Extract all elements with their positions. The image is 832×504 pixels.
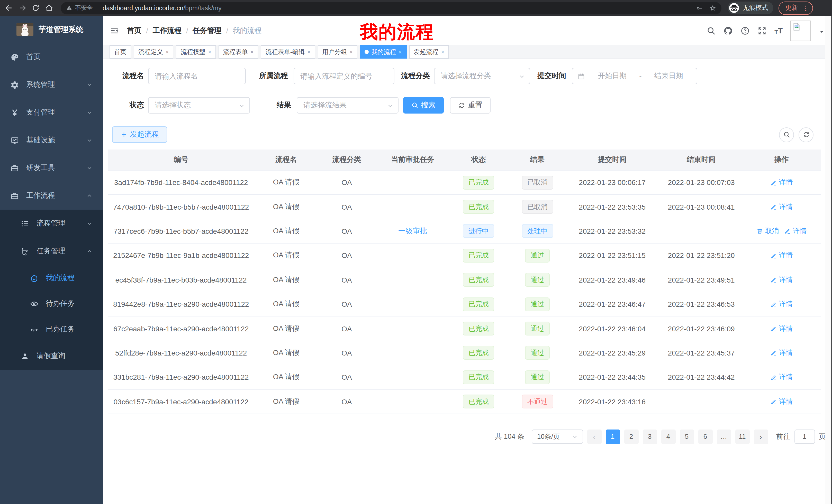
sidebar-item-task-management[interactable]: 任务管理	[0, 237, 103, 265]
close-icon[interactable]: ×	[307, 49, 311, 55]
result-select[interactable]: 请选择流结果	[297, 97, 398, 114]
app-logo[interactable]: 芋道管理系统	[0, 16, 103, 43]
tab-start-process[interactable]: 发起流程×	[409, 45, 449, 59]
tab-home[interactable]: 首页	[109, 45, 131, 59]
sidebar-item-done-tasks[interactable]: 已办任务	[0, 316, 103, 342]
font-size-icon[interactable]: TT	[774, 26, 783, 35]
forward-icon[interactable]	[18, 4, 27, 12]
sidebar-item-dev-tools[interactable]: 研发工具	[0, 154, 103, 182]
category-select[interactable]: 请选择流程分类	[434, 68, 530, 84]
table-row: 67c2eaab-7b9a-11ec-a290-acde48001122OA 请…	[108, 316, 821, 341]
incognito-icon	[729, 3, 739, 13]
url-text[interactable]: dashboard.yudao.iocoder.cn/bpm/task/my	[103, 4, 696, 11]
more-pages-button[interactable]: …	[717, 429, 731, 444]
tab-process-definition[interactable]: 流程定义×	[134, 45, 174, 59]
tab-my-process[interactable]: 我的流程×	[360, 45, 407, 59]
prev-page-button[interactable]: ‹	[587, 429, 601, 444]
detail-link[interactable]: 详情	[770, 300, 793, 309]
detail-link[interactable]: 详情	[770, 348, 793, 358]
sidebar-item-workflow[interactable]: 工作流程	[0, 182, 103, 209]
page-button-5[interactable]: 5	[679, 429, 694, 444]
goto-page-input[interactable]	[794, 429, 815, 444]
start-date-placeholder[interactable]: 开始日期	[589, 72, 635, 81]
sidebar-item-process-management[interactable]: 流程管理	[0, 209, 103, 237]
cancel-link[interactable]: 取消	[756, 227, 779, 236]
process-name-input[interactable]	[148, 68, 246, 84]
detail-link[interactable]: 详情	[770, 397, 793, 406]
tab-process-model[interactable]: 流程模型×	[176, 45, 216, 59]
github-icon[interactable]	[724, 26, 733, 35]
page-scrollbar[interactable]	[825, 16, 831, 504]
sidebar-item-system-management[interactable]: 系统管理	[0, 71, 103, 99]
reset-button[interactable]: 重置	[450, 97, 491, 114]
tab-process-form-edit[interactable]: 流程表单-编辑×	[261, 45, 315, 59]
sidebar-item-payment-management[interactable]: 支付管理	[0, 99, 103, 127]
tab-label: 流程表单-编辑	[266, 48, 305, 56]
sidebar-item-infrastructure[interactable]: 基础设施	[0, 127, 103, 154]
detail-link[interactable]: 详情	[784, 227, 807, 236]
detail-link[interactable]: 详情	[770, 324, 793, 333]
sidebar-item-leave-query[interactable]: 请假查询	[0, 342, 103, 370]
close-icon[interactable]: ×	[398, 49, 402, 55]
table-toolbar: 发起流程	[108, 127, 828, 143]
fullscreen-icon[interactable]	[757, 26, 767, 35]
page-button-11[interactable]: 11	[735, 429, 750, 444]
search-icon[interactable]	[706, 26, 716, 35]
refresh-table-button[interactable]	[799, 127, 813, 142]
active-tab-dot	[365, 50, 369, 54]
page-button-2[interactable]: 2	[624, 429, 639, 444]
breadcrumb-item[interactable]: 首页	[127, 26, 141, 35]
tab-user-group[interactable]: 用户分组×	[318, 45, 358, 59]
show-search-button[interactable]	[779, 127, 794, 142]
sidebar-collapse-icon[interactable]	[110, 26, 119, 35]
close-icon[interactable]: ×	[441, 49, 444, 55]
sidebar-item-home[interactable]: 首页	[0, 43, 103, 71]
detail-link[interactable]: 详情	[770, 373, 793, 382]
search-button[interactable]: 搜索	[403, 97, 444, 114]
close-icon[interactable]: ×	[350, 49, 353, 55]
status-badge: 已完成	[463, 200, 494, 214]
security-chip[interactable]: 不安全	[66, 4, 93, 12]
breadcrumb-item[interactable]: 工作流程	[153, 26, 182, 35]
close-icon[interactable]: ×	[165, 49, 169, 55]
avatar-caret-icon[interactable]	[818, 27, 825, 34]
chevron-down-icon	[519, 73, 525, 79]
process-def-input[interactable]	[294, 68, 394, 84]
address-bar[interactable]: 不安全 dashboard.yudao.iocoder.cn/bpm/task/…	[61, 2, 722, 14]
close-icon[interactable]: ×	[208, 49, 211, 55]
end-date-placeholder[interactable]: 结束日期	[646, 72, 692, 81]
submit-time-range[interactable]: 开始日期 - 结束日期	[572, 68, 697, 84]
sidebar-item-todo-tasks[interactable]: 待办任务	[0, 291, 103, 316]
status-select[interactable]: 请选择状态	[148, 97, 250, 114]
page-button-1[interactable]: 1	[605, 429, 620, 444]
close-icon[interactable]: ×	[251, 49, 254, 55]
detail-link[interactable]: 详情	[770, 275, 793, 285]
home-icon[interactable]	[45, 4, 53, 12]
next-page-button[interactable]: ›	[754, 429, 768, 444]
detail-link[interactable]: 详情	[770, 202, 793, 212]
tab-process-form[interactable]: 流程表单×	[218, 45, 258, 59]
detail-link[interactable]: 详情	[770, 251, 793, 260]
cell-submit-time: 2022-01-22 23:46:04	[568, 325, 657, 333]
breadcrumb-item[interactable]: 任务管理	[193, 26, 222, 35]
page-size-select[interactable]: 10条/页	[531, 429, 583, 444]
detail-link[interactable]: 详情	[770, 178, 793, 187]
avatar[interactable]	[790, 20, 811, 41]
calendar-icon	[577, 72, 585, 80]
cell-operations: 详情	[746, 348, 817, 358]
cell-status: 已完成	[450, 297, 507, 311]
search-icon	[783, 131, 790, 138]
help-icon[interactable]	[740, 26, 750, 35]
back-icon[interactable]	[5, 4, 14, 12]
update-button[interactable]: 更新	[779, 1, 813, 15]
current-task-link[interactable]: 一级审批	[398, 227, 427, 236]
create-process-button[interactable]: 发起流程	[112, 127, 167, 143]
bookmark-star-icon[interactable]	[709, 4, 716, 11]
page-button-6[interactable]: 6	[698, 429, 712, 444]
page-button-4[interactable]: 4	[661, 429, 675, 444]
sidebar-item-my-process[interactable]: 我的流程	[0, 265, 103, 291]
browser-menu-icon[interactable]	[802, 4, 809, 11]
reload-icon[interactable]	[31, 4, 40, 12]
key-icon[interactable]	[696, 4, 703, 11]
page-button-3[interactable]: 3	[643, 429, 657, 444]
